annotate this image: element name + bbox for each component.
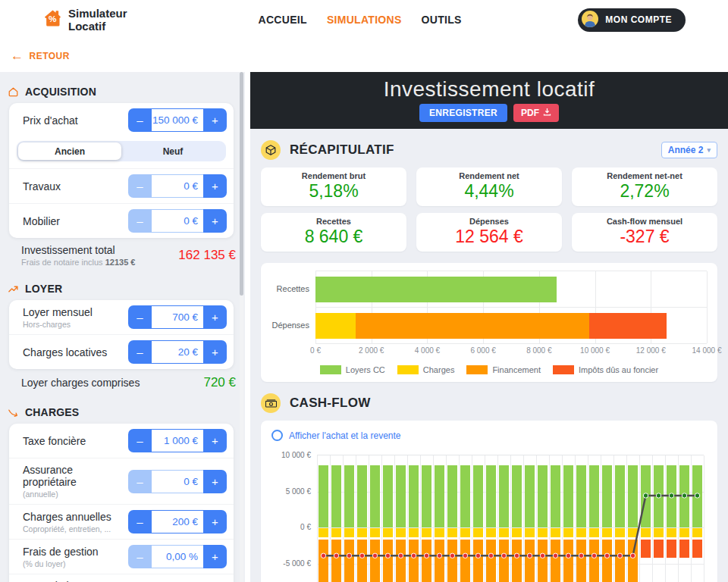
stepper-plus-button[interactable]: + — [203, 305, 227, 329]
account-label: MON COMPTE — [605, 14, 672, 25]
section-title-charges: CHARGES — [25, 406, 79, 418]
row-label: Mobilier — [23, 215, 60, 227]
stepper-minus-button[interactable]: – — [128, 545, 152, 568]
axis-tick-label: 6 000 € — [470, 346, 495, 355]
svg-text:%: % — [49, 14, 57, 24]
enregistrer-button[interactable]: ENREGISTRER — [419, 104, 507, 122]
mon-compte-button[interactable]: MON COMPTE — [578, 8, 686, 32]
stepper-minus-button[interactable]: – — [128, 470, 152, 493]
stepper-plus-button[interactable]: + — [203, 429, 227, 452]
radio-icon[interactable] — [271, 430, 283, 441]
line-point — [566, 553, 570, 558]
stepper: –1 000 €+ — [128, 429, 227, 452]
card-acquisition: Prix d'achat–150 000 €+AncienNeufTravaux… — [9, 103, 234, 238]
house-icon — [8, 86, 19, 98]
grid-line — [315, 343, 707, 344]
stat-value: 4,44% — [416, 181, 562, 202]
stepper-minus-button[interactable]: – — [128, 108, 152, 132]
stepper-input[interactable]: 700 € — [152, 305, 203, 329]
legend-swatch — [466, 365, 488, 374]
row-sublabel: (% du loyer) — [23, 559, 99, 568]
axis-tick-label: 10 000 € — [580, 346, 610, 355]
house-percent-logo-icon: % — [42, 8, 63, 32]
stepper-minus-button[interactable]: – — [128, 174, 152, 198]
nav-item-outils[interactable]: OUTILS — [422, 14, 462, 26]
stat-value: -327 € — [572, 227, 717, 247]
year-select[interactable]: Année 2 ▾ — [661, 142, 717, 158]
line-point — [450, 553, 454, 558]
stepper-input[interactable]: 200 € — [152, 510, 203, 534]
stepper-input[interactable]: 0 € — [152, 209, 203, 233]
recap-chart-xaxis: 0 €2 000 €4 000 €6 000 €8 000 €10 000 €1… — [315, 346, 707, 358]
total-sublabel: Frais de notaire inclus 12135 € — [21, 258, 135, 267]
stepper-minus-button[interactable]: – — [128, 305, 152, 329]
cashflow-chart: 10 000 €5 000 €0 €-5 000 € — [271, 452, 707, 582]
stepper-plus-button[interactable]: + — [203, 209, 227, 233]
chevron-down-icon: ▾ — [707, 146, 711, 154]
stepper-minus-button[interactable]: – — [128, 340, 152, 364]
stepper-input[interactable]: 20 € — [152, 340, 203, 364]
axis-tick-label: 0 € — [310, 346, 321, 355]
stat-card: Recettes8 640 € — [261, 213, 406, 252]
stepper-input[interactable]: 0,00 % — [152, 545, 203, 568]
cashflow-title: CASH-FLOW — [290, 396, 371, 411]
nav-item-simulations[interactable]: SIMULATIONS — [327, 14, 402, 26]
stepper-plus-button[interactable]: + — [203, 174, 227, 198]
legend-item: Charges — [397, 365, 455, 374]
afficher-achat-revente-option[interactable]: Afficher l'achat et la revente — [271, 430, 707, 441]
nav-item-accueil[interactable]: ACCUEIL — [259, 14, 307, 26]
stepper: –0 €+ — [128, 209, 227, 233]
line-point — [553, 553, 557, 558]
stepper-plus-button[interactable]: + — [203, 340, 227, 364]
stepper-input[interactable]: 150 000 € — [152, 108, 203, 132]
recap-chart-category-labels: RecettesDépenses — [271, 271, 315, 343]
section-head-charges: CHARGES — [8, 406, 242, 418]
row-label-block: Assurance propriétaire(annuelle) — [23, 464, 128, 499]
stepper-minus-button[interactable]: – — [128, 510, 152, 534]
row-label: Taxe foncière — [23, 435, 86, 447]
stat-label: Rendement net — [416, 171, 562, 180]
sidebar-row: Garantie loyers impayés(% du loyer)–0,00… — [9, 574, 234, 582]
stepper-plus-button[interactable]: + — [203, 545, 227, 568]
bar-segment — [315, 277, 557, 302]
sidebar-row: Mobilier–0 €+ — [9, 203, 234, 238]
stepper-input[interactable]: 1 000 € — [152, 429, 203, 452]
stat-value: 12 564 € — [416, 227, 562, 247]
stepper-input[interactable]: 0 € — [152, 174, 203, 198]
row-sublabel: Hors-charges — [23, 320, 93, 329]
line-point — [669, 493, 673, 498]
axis-tick-label: -5 000 € — [271, 559, 311, 567]
cashflow-card: Afficher l'achat et la revente 10 000 €5… — [261, 421, 717, 582]
row-label-block: Travaux — [23, 180, 61, 192]
recap-category-label: Recettes — [271, 271, 315, 307]
line-point — [579, 553, 583, 558]
stepper-plus-button[interactable]: + — [203, 510, 227, 534]
row-label: Travaux — [23, 180, 61, 192]
sidebar-row: Prix d'achat–150 000 €+ — [9, 103, 234, 137]
line-point — [695, 493, 699, 498]
stepper: –700 €+ — [128, 305, 227, 329]
money-icon — [261, 393, 281, 413]
row-label-block: Frais de gestion(% du loyer) — [23, 546, 99, 568]
retour-link[interactable]: ← RETOUR — [0, 39, 728, 72]
stepper-minus-button[interactable]: – — [128, 209, 152, 233]
stepper-plus-button[interactable]: + — [203, 470, 227, 493]
line-point — [424, 553, 428, 558]
row-sublabel: Copropriété, entretien, ... — [23, 524, 111, 534]
pdf-button[interactable]: PDF — [513, 104, 559, 122]
footer-label-block: Investissement totalFrais de notaire inc… — [21, 244, 135, 267]
page-title: Investissement locatif — [384, 79, 595, 100]
line-point — [385, 553, 390, 558]
segmented-option-neuf[interactable]: Neuf — [121, 142, 224, 160]
ancien-neuf-segmented: AncienNeuf — [17, 141, 226, 161]
stepper-input[interactable]: 0 € — [152, 470, 203, 493]
stepper: –150 000 €+ — [128, 108, 227, 132]
app-logo[interactable]: % Simulateur Locatif — [42, 7, 127, 33]
sidebar-scrollbar-thumb[interactable] — [240, 72, 243, 296]
stat-value: 5,18% — [261, 181, 406, 202]
stepper-minus-button[interactable]: – — [128, 429, 152, 452]
grid-line — [704, 455, 704, 582]
stepper-plus-button[interactable]: + — [203, 108, 227, 132]
sidebar-row: Travaux–0 €+ — [9, 168, 234, 203]
segmented-option-ancien[interactable]: Ancien — [18, 142, 121, 160]
